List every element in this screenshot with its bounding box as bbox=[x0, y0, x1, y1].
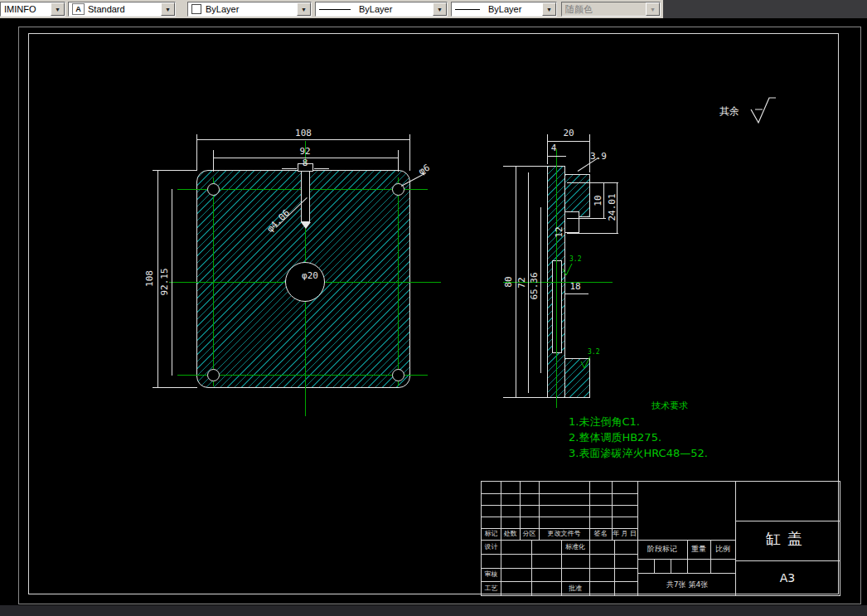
dimension-line bbox=[547, 156, 566, 157]
rest-roughness-icon bbox=[748, 95, 777, 126]
title-block-line bbox=[501, 482, 501, 595]
color-value: ByLayer bbox=[206, 4, 239, 14]
title-block-line bbox=[482, 568, 637, 569]
title-block-line bbox=[735, 560, 840, 561]
title-block-label: 设计 bbox=[482, 543, 501, 551]
title-block-line bbox=[671, 559, 671, 573]
title-block-label: 年 月 日 bbox=[612, 530, 637, 538]
chevron-down-icon[interactable]: ▼ bbox=[51, 2, 65, 16]
title-block-line bbox=[482, 528, 637, 529]
roughness-mark: 3.2 bbox=[580, 350, 602, 370]
linetype-value: ByLayer bbox=[359, 4, 392, 14]
extension-line bbox=[398, 150, 399, 172]
chevron-down-icon[interactable]: ▼ bbox=[542, 2, 556, 16]
dim-text: 3.9 bbox=[585, 152, 612, 162]
title-block-line bbox=[637, 559, 735, 560]
roughness-value: 3.2 bbox=[569, 255, 581, 263]
dim-text: 20 bbox=[556, 129, 581, 138]
linetype-sample-icon bbox=[319, 9, 351, 10]
dim-text: 4 bbox=[545, 143, 562, 153]
plot-style-value: 随颜色 bbox=[565, 3, 593, 16]
extension-line bbox=[153, 170, 197, 171]
dim-text: 108 bbox=[287, 129, 320, 138]
title-block-line bbox=[482, 554, 637, 555]
title-block-label: 处数 bbox=[501, 530, 520, 538]
lineweight-combo[interactable]: ByLayer ▼ bbox=[451, 2, 557, 17]
dim-text: 72 bbox=[517, 274, 527, 292]
tech-requirement-item: 1.未注倒角C1. bbox=[569, 415, 640, 429]
plot-style-combo: 随颜色 ▼ bbox=[561, 2, 661, 17]
dim-style-combo[interactable]: IMINFO ▼ bbox=[0, 2, 65, 17]
title-block-label: 工艺 bbox=[482, 584, 501, 593]
title-block-line bbox=[735, 521, 840, 521]
side-view-notch bbox=[564, 211, 579, 233]
title-block-label: 更改文件号 bbox=[539, 530, 589, 538]
drill-tip bbox=[301, 222, 311, 229]
lineweight-sample-icon bbox=[455, 9, 480, 10]
title-block-label: 分区 bbox=[520, 530, 539, 538]
extension-line bbox=[153, 387, 197, 388]
text-style-combo[interactable]: A Standard ▼ bbox=[68, 2, 176, 17]
chevron-down-icon[interactable]: ▼ bbox=[297, 2, 311, 16]
centerline bbox=[213, 177, 214, 386]
extension-line bbox=[567, 218, 606, 219]
title-block-line bbox=[482, 505, 637, 506]
dim-text: 10 bbox=[593, 192, 603, 210]
corner-hole bbox=[207, 369, 220, 381]
title-block-label: 重量 bbox=[687, 545, 710, 554]
tech-requirements-title: 技术要求 bbox=[651, 400, 688, 412]
dim-text: φ20 bbox=[297, 271, 323, 281]
chevron-down-icon[interactable]: ▼ bbox=[161, 2, 175, 16]
extension-line bbox=[567, 233, 618, 234]
sheet-size: A3 bbox=[735, 571, 840, 585]
title-block-label: 审核 bbox=[482, 570, 501, 579]
title-block-line bbox=[654, 559, 655, 573]
title-block-line bbox=[637, 573, 735, 574]
title-block-label: 标记 bbox=[482, 530, 501, 538]
tech-requirement-item: 2.整体调质HB275. bbox=[569, 430, 661, 445]
dim-text: 108 bbox=[145, 266, 155, 291]
dim-text: 92 bbox=[288, 147, 322, 157]
centerline bbox=[398, 177, 399, 386]
dimension-line bbox=[196, 139, 410, 140]
dimension-line bbox=[540, 207, 541, 373]
title-block-line bbox=[482, 581, 637, 582]
dimension-line bbox=[314, 168, 329, 169]
dim-text: 18 bbox=[565, 282, 585, 292]
sheet-count-label: 共7张 第4张 bbox=[644, 580, 730, 589]
chevron-down-icon[interactable]: ▼ bbox=[433, 2, 447, 16]
extension-line bbox=[503, 397, 548, 398]
color-combo[interactable]: ByLayer ▼ bbox=[187, 2, 312, 17]
centerline bbox=[556, 149, 557, 408]
window-bottom-edge bbox=[0, 605, 867, 616]
title-block-label: 阶段标记 bbox=[637, 545, 687, 554]
title-block-line bbox=[482, 517, 637, 517]
roughness-value: 3.2 bbox=[588, 348, 599, 356]
title-block-line bbox=[482, 493, 637, 494]
corner-hole bbox=[392, 369, 404, 381]
extension-line bbox=[567, 182, 618, 183]
toolbar-empty-area bbox=[663, 0, 867, 18]
linetype-combo[interactable]: ByLayer ▼ bbox=[315, 2, 448, 17]
dim-text: 8 bbox=[297, 158, 313, 168]
chevron-down-icon: ▼ bbox=[646, 2, 660, 16]
title-block-line bbox=[637, 482, 638, 595]
extension-line bbox=[213, 150, 214, 172]
title-block-label: 标准化 bbox=[561, 543, 589, 551]
text-style-value: Standard bbox=[88, 4, 125, 14]
center-hole bbox=[285, 262, 325, 302]
lineweight-value: ByLayer bbox=[488, 4, 521, 14]
object-properties-toolbar: IMINFO ▼ A Standard ▼ ByLayer ▼ ByLayer … bbox=[0, 0, 663, 18]
part-name: 缸盖 bbox=[735, 530, 840, 548]
title-block: 标记 处数 分区 更改文件号 签名 年 月 日 设计 标准化 审核 工艺 批准 … bbox=[481, 481, 840, 596]
rest-roughness-label: 其余 bbox=[719, 104, 739, 119]
drawing-canvas[interactable]: 108 92 8 φ6 φ4.06 φ20 108 92.15 bbox=[0, 18, 867, 616]
dimension-line bbox=[565, 293, 588, 294]
dim-text: 24.01 bbox=[608, 191, 618, 224]
roughness-check-icon bbox=[580, 356, 592, 369]
tech-requirement-item: 3.表面渗碳淬火HRC48—52. bbox=[569, 446, 708, 461]
side-view-bore bbox=[552, 260, 562, 353]
title-block-line bbox=[482, 540, 735, 541]
roughness-check-icon bbox=[562, 263, 574, 276]
roughness-mark: 3.2 bbox=[562, 257, 584, 277]
